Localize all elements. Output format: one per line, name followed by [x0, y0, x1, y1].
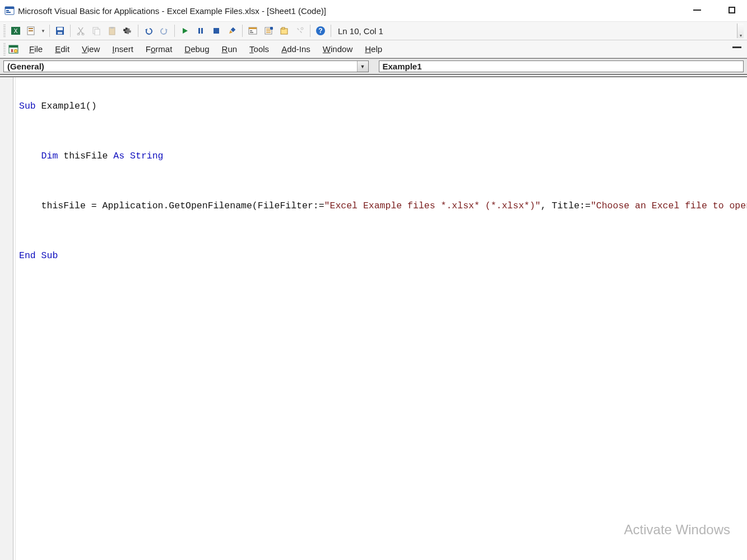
svg-rect-11	[58, 32, 62, 34]
menu-insert[interactable]: Insert	[106, 43, 139, 55]
insert-module-icon[interactable]	[25, 24, 38, 38]
svg-rect-27	[270, 27, 273, 30]
object-dropdown[interactable]: (General) ▼	[3, 60, 369, 72]
toolbox-icon[interactable]	[293, 24, 307, 38]
code-token: As	[113, 151, 124, 161]
menu-addins[interactable]: Add-Ins	[276, 43, 316, 55]
mdi-restore-icon[interactable]	[732, 44, 743, 54]
svg-rect-19	[201, 28, 203, 34]
procedure-dropdown[interactable]: Example1	[379, 60, 744, 72]
svg-rect-7	[29, 28, 33, 29]
svg-rect-25	[250, 32, 253, 33]
menu-debug[interactable]: Debug	[179, 43, 215, 55]
object-procedure-bar: (General) ▼ Example1	[0, 58, 747, 75]
menu-view[interactable]: View	[76, 43, 105, 55]
code-token: Sub	[19, 101, 36, 111]
vba-app-icon	[4, 6, 15, 16]
code-editor: Sub Example1() Dim thisFile As String th…	[0, 76, 747, 560]
separator	[174, 25, 175, 37]
properties-window-icon[interactable]	[262, 24, 275, 38]
reset-icon[interactable]	[210, 24, 223, 38]
svg-rect-8	[29, 30, 33, 31]
svg-rect-23	[249, 27, 257, 29]
maximize-button[interactable]	[722, 3, 741, 17]
code-token: thisFile = Application.GetOpenFilename(F…	[19, 200, 324, 211]
menu-tools[interactable]: Tools	[244, 43, 275, 55]
separator	[70, 25, 71, 37]
separator	[331, 25, 331, 37]
windows-activation-watermark: Activate Windows	[624, 522, 730, 538]
code-token: thisFile	[58, 151, 113, 161]
menu-edit[interactable]: Edit	[49, 43, 75, 55]
svg-text:X: X	[14, 28, 18, 34]
margin-indicator-bar[interactable]	[0, 77, 13, 560]
svg-rect-29	[282, 27, 285, 29]
svg-rect-24	[250, 30, 252, 31]
code-token: "Choose an Excel file to open"	[591, 200, 747, 211]
object-browser-icon[interactable]	[277, 24, 291, 38]
svg-point-35	[14, 49, 17, 53]
svg-point-30	[301, 27, 303, 30]
separator	[138, 25, 138, 37]
standard-toolbar: X ▼	[0, 21, 747, 40]
help-icon[interactable]: ?	[314, 24, 327, 38]
toolbar-grip[interactable]	[3, 25, 6, 37]
svg-rect-36	[732, 46, 741, 48]
svg-rect-34	[9, 45, 18, 48]
menubar-grip[interactable]	[3, 43, 6, 55]
undo-icon[interactable]	[142, 24, 155, 38]
svg-rect-18	[198, 28, 200, 34]
svg-rect-3	[6, 12, 11, 13]
svg-rect-20	[214, 28, 219, 34]
code-token: Dim	[41, 151, 58, 161]
menu-run[interactable]: Run	[216, 43, 243, 55]
code-token: Example1()	[36, 101, 97, 111]
find-icon[interactable]	[121, 24, 134, 38]
project-explorer-icon[interactable]	[246, 24, 259, 38]
redo-icon[interactable]	[157, 24, 171, 38]
save-icon[interactable]	[53, 24, 67, 38]
svg-text:?: ?	[318, 27, 322, 35]
procedure-dropdown-value: Example1	[379, 62, 744, 71]
svg-rect-17	[110, 27, 114, 29]
svg-rect-10	[57, 27, 63, 30]
minimize-button[interactable]	[688, 3, 707, 17]
window-title: Microsoft Visual Basic for Applications …	[18, 6, 326, 16]
paste-icon[interactable]	[105, 24, 119, 38]
object-dropdown-value: (General)	[4, 62, 357, 71]
svg-rect-2	[6, 10, 9, 11]
copy-icon[interactable]	[90, 24, 103, 38]
menubar: File Edit View Insert Format Debug Run T…	[0, 40, 747, 58]
code-text-area[interactable]: Sub Example1() Dim thisFile As String th…	[16, 77, 747, 560]
titlebar: Microsoft Visual Basic for Applications …	[0, 0, 747, 21]
toolbar-options-dropdown[interactable]: ▾	[737, 24, 744, 38]
window-controls	[688, 3, 741, 17]
excel-sheet-icon[interactable]	[8, 44, 19, 55]
menu-help[interactable]: Help	[359, 43, 388, 55]
code-token: , Title:=	[541, 200, 591, 211]
code-token: End Sub	[19, 250, 58, 261]
break-icon[interactable]	[194, 24, 207, 38]
insert-dropdown-icon[interactable]: ▼	[40, 24, 46, 38]
separator	[310, 25, 310, 37]
cut-icon[interactable]	[74, 24, 87, 38]
svg-rect-15	[95, 29, 100, 35]
view-excel-icon[interactable]: X	[9, 24, 22, 38]
run-icon[interactable]	[178, 24, 192, 38]
separator	[49, 25, 50, 37]
code-token: String	[124, 151, 163, 161]
menu-window[interactable]: Window	[317, 43, 358, 55]
separator	[242, 25, 243, 37]
code-token: "Excel Example files *.xlsx* (*.xlsx*)"	[324, 200, 541, 211]
cursor-position: Ln 10, Col 1	[335, 26, 387, 36]
design-mode-icon[interactable]	[225, 24, 239, 38]
menu-file[interactable]: File	[24, 43, 48, 55]
chevron-down-icon[interactable]: ▼	[357, 61, 368, 72]
svg-rect-21	[231, 27, 235, 32]
menu-format[interactable]: Format	[140, 43, 178, 55]
svg-rect-1	[5, 7, 14, 9]
